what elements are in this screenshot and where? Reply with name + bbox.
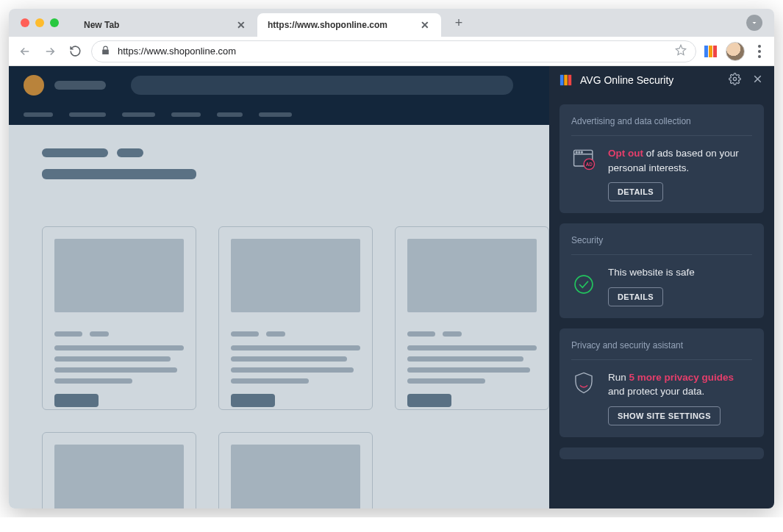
svg-point-8 (576, 151, 577, 153)
mock-product-card (218, 432, 373, 508)
details-button[interactable]: DETAILS (608, 287, 663, 306)
mock-search-bar (131, 76, 513, 95)
svg-rect-2 (713, 46, 717, 57)
browser-menu-button[interactable] (752, 45, 767, 58)
extension-body: Advertising and data collection AD (549, 94, 774, 508)
svg-point-6 (733, 77, 736, 80)
back-button[interactable] (16, 43, 34, 60)
window-controls (21, 18, 59, 27)
mock-logo (24, 75, 44, 96)
svg-text:AD: AD (586, 162, 593, 167)
window-maximize-button[interactable] (50, 18, 59, 27)
card-text: This website is safe (608, 265, 752, 280)
show-site-settings-button[interactable]: SHOW SITE SETTINGS (608, 406, 721, 425)
url-text: https://www.shoponline.com (118, 46, 236, 57)
card-text: Opt out of ads based on your personal in… (608, 146, 752, 175)
svg-point-13 (575, 276, 593, 294)
gear-icon[interactable] (729, 73, 741, 87)
window-close-button[interactable] (21, 18, 29, 27)
close-icon[interactable]: ✕ (235, 19, 247, 31)
close-icon[interactable]: ✕ (419, 19, 431, 31)
avg-logo-icon (559, 73, 573, 87)
ad-window-icon: AD (571, 146, 598, 175)
tab-bar: New Tab ✕ https://www.shoponline.com ✕ + (9, 9, 774, 37)
dropdown-icon[interactable] (746, 15, 762, 31)
details-button[interactable]: DETAILS (608, 182, 663, 201)
mock-product-card (42, 226, 196, 410)
new-tab-button[interactable]: + (448, 12, 469, 33)
checkmark-circle-icon (571, 272, 598, 299)
avg-extension-panel: AVG Online Security Advertising and data… (549, 66, 774, 508)
svg-rect-0 (704, 46, 708, 57)
tab-label: New Tab (84, 20, 119, 30)
bookmark-icon[interactable] (675, 44, 687, 58)
browser-toolbar: https://www.shoponline.com (9, 37, 774, 66)
mock-product-card (395, 226, 549, 410)
svg-point-10 (582, 151, 583, 153)
reload-button[interactable] (66, 43, 84, 60)
card-privacy-assistant: Privacy and security asistant Run 5 more… (559, 328, 764, 437)
window-minimize-button[interactable] (35, 18, 44, 27)
browser-window: New Tab ✕ https://www.shoponline.com ✕ +… (9, 9, 774, 508)
svg-point-9 (579, 151, 580, 153)
card-label: Security (571, 235, 752, 254)
svg-rect-1 (709, 46, 712, 57)
avg-extension-icon[interactable] (704, 44, 718, 59)
tab-new-tab[interactable]: New Tab ✕ (74, 13, 257, 37)
mock-brand-placeholder (54, 81, 106, 90)
card-advertising: Advertising and data collection AD (559, 104, 764, 213)
tab-shoponline[interactable]: https://www.shoponline.com ✕ (257, 13, 441, 37)
content-area: AVG Online Security Advertising and data… (9, 66, 774, 508)
tab-label: https://www.shoponline.com (268, 20, 387, 30)
card-security: Security This website is safe DETAILS (559, 223, 764, 318)
lock-icon (101, 46, 110, 57)
extension-header: AVG Online Security (549, 66, 774, 94)
shield-icon (571, 370, 598, 398)
extension-title: AVG Online Security (580, 74, 673, 86)
svg-rect-3 (560, 75, 564, 85)
forward-button[interactable] (41, 43, 59, 60)
card-label: Privacy and security asistant (571, 340, 752, 359)
address-bar[interactable]: https://www.shoponline.com (91, 40, 696, 62)
card-label: Advertising and data collection (571, 116, 752, 135)
svg-rect-5 (568, 75, 572, 85)
card-text: Run 5 more privacy guides and protect yo… (608, 370, 752, 399)
card-collapsed (559, 447, 764, 459)
mock-product-card (42, 432, 196, 508)
mock-product-card (218, 226, 373, 410)
close-icon[interactable] (751, 73, 764, 87)
svg-rect-4 (564, 75, 568, 85)
profile-avatar[interactable] (726, 42, 745, 61)
